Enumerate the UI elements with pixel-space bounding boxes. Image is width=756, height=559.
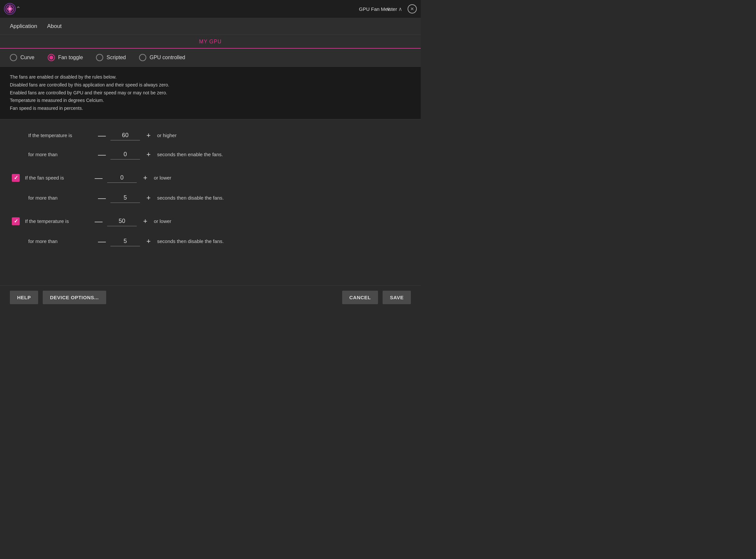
rule-2-suffix-2: seconds then disable the fans. — [157, 195, 229, 201]
rule-1-label-1: If the temperature is — [28, 133, 91, 138]
menubar: Application About — [0, 18, 421, 35]
rule-group-3: ✓ If the temperature is — + or lower for… — [10, 211, 411, 251]
rule-1-controls-1: — + — [97, 131, 153, 140]
rule-3-decrement-2[interactable]: — — [97, 237, 107, 246]
info-line-4: Temperature is measured in degrees Celci… — [10, 98, 104, 103]
rule-1-increment-1[interactable]: + — [144, 131, 153, 140]
rule-3-increment-1[interactable]: + — [141, 217, 150, 226]
rule-2-row-2: for more than — + seconds then disable t… — [10, 188, 411, 207]
rule-2-controls-2: — + — [97, 193, 153, 203]
rule-2-suffix-1: or lower — [154, 175, 226, 180]
rule-1-input-1[interactable] — [111, 131, 140, 140]
rule-2-increment-1[interactable]: + — [141, 173, 150, 182]
rule-2-increment-2[interactable]: + — [144, 193, 153, 203]
rule-1-decrement-2[interactable]: — — [97, 150, 107, 159]
rule-group-1: If the temperature is — + or higher for … — [10, 126, 411, 164]
rule-3-checkbox-box[interactable]: ✓ — [12, 217, 20, 225]
rule-3-checkmark-icon: ✓ — [14, 218, 18, 224]
titlebar-chevron-icon: ⌃ — [16, 5, 21, 13]
rule-3-decrement-1[interactable]: — — [94, 217, 103, 226]
menu-application[interactable]: Application — [10, 21, 37, 31]
mode-curve[interactable]: Curve — [10, 54, 35, 61]
rule-1-row-1: If the temperature is — + or higher — [10, 126, 411, 145]
mode-gpu-controlled[interactable]: GPU controlled — [139, 54, 185, 61]
mode-selector: Curve Fan toggle Scripted GPU controlled — [0, 49, 421, 67]
rule-2-decrement-1[interactable]: — — [94, 173, 103, 182]
mode-gpu-controlled-label: GPU controlled — [150, 54, 185, 61]
mode-scripted[interactable]: Scripted — [96, 54, 126, 61]
mode-fan-toggle-label: Fan toggle — [58, 54, 83, 61]
rule-2-controls-1: — + — [94, 173, 150, 183]
rule-1-label-2: for more than — [28, 152, 91, 157]
mode-curve-radio[interactable] — [10, 54, 17, 61]
rule-2-checkbox-box[interactable]: ✓ — [12, 174, 20, 182]
rule-3-input-1[interactable] — [107, 216, 137, 226]
rule-2-input-1[interactable] — [107, 173, 137, 183]
rule-3-controls-2: — + — [97, 237, 153, 246]
info-text: The fans are enabled or disabled by the … — [10, 73, 411, 112]
footer-right: CANCEL SAVE — [342, 291, 411, 304]
rule-3-row-2: for more than — + seconds then disable t… — [10, 232, 411, 251]
gpu-tab: MY GPU — [0, 35, 421, 49]
titlebar: ⌃ GPU Fan Meister ∨ ∧ ✕ — [0, 0, 421, 18]
rule-3-controls-1: — + — [94, 216, 150, 226]
footer: HELP DEVICE OPTIONS... CANCEL SAVE — [0, 285, 421, 309]
rule-3-label-1: If the temperature is — [25, 218, 87, 224]
info-line-2: Disabled fans are controlled by this app… — [10, 82, 169, 87]
rule-3-increment-2[interactable]: + — [144, 237, 153, 246]
device-options-button[interactable]: DEVICE OPTIONS... — [43, 291, 106, 304]
mode-fan-toggle-radio[interactable] — [48, 54, 55, 61]
rule-2-row-1: ✓ If the fan speed is — + or lower — [10, 167, 411, 188]
mode-curve-label: Curve — [20, 54, 35, 61]
rule-2-label-2: for more than — [28, 195, 91, 201]
gpu-tab-label[interactable]: MY GPU — [0, 39, 421, 48]
footer-left: HELP DEVICE OPTIONS... — [10, 291, 106, 304]
info-box: The fans are enabled or disabled by the … — [0, 67, 421, 119]
rule-2-label-1: If the fan speed is — [25, 175, 87, 180]
rule-3-suffix-2: seconds then disable the fans. — [157, 239, 229, 244]
rule-3-label-2: for more than — [28, 239, 91, 244]
close-button[interactable]: ✕ — [408, 4, 417, 14]
rule-1-controls-2: — + — [97, 150, 153, 159]
menu-about[interactable]: About — [47, 21, 62, 31]
rule-1-suffix-2: seconds then enable the fans. — [157, 152, 229, 157]
rule-3-suffix-1: or lower — [154, 218, 226, 224]
rule-1-row-2: for more than — + seconds then enable th… — [10, 145, 411, 164]
cancel-button[interactable]: CANCEL — [342, 291, 378, 304]
info-line-1: The fans are enabled or disabled by the … — [10, 74, 117, 80]
rule-2-checkbox[interactable]: ✓ — [10, 172, 22, 184]
rule-2-input-2[interactable] — [111, 193, 140, 203]
rule-1-input-2[interactable] — [111, 150, 140, 159]
mode-fan-toggle[interactable]: Fan toggle — [48, 54, 83, 61]
mode-gpu-controlled-radio[interactable] — [139, 54, 146, 61]
mode-scripted-label: Scripted — [107, 54, 126, 61]
app-title: GPU Fan Meister — [359, 6, 397, 12]
svg-point-2 — [8, 7, 11, 10]
mode-scripted-radio[interactable] — [96, 54, 103, 61]
rule-3-row-1: ✓ If the temperature is — + or lower — [10, 211, 411, 232]
rule-3-input-2[interactable] — [111, 237, 140, 246]
app-logo — [4, 3, 16, 15]
help-button[interactable]: HELP — [10, 291, 38, 304]
rule-3-checkbox[interactable]: ✓ — [10, 216, 22, 227]
save-button[interactable]: SAVE — [383, 291, 411, 304]
restore-button[interactable]: ∧ — [396, 4, 405, 14]
rule-1-increment-2[interactable]: + — [144, 150, 153, 159]
rules-area: If the temperature is — + or higher for … — [0, 119, 421, 285]
rule-1-decrement-1[interactable]: — — [97, 131, 107, 140]
info-line-5: Fan speed is measured in percents. — [10, 106, 83, 111]
rule-2-checkmark-icon: ✓ — [14, 175, 18, 181]
rule-1-suffix-1: or higher — [157, 133, 229, 138]
info-line-3: Enabled fans are controlled by GPU and t… — [10, 90, 167, 95]
rule-group-2: ✓ If the fan speed is — + or lower for m… — [10, 167, 411, 207]
rule-2-decrement-2[interactable]: — — [97, 193, 107, 203]
